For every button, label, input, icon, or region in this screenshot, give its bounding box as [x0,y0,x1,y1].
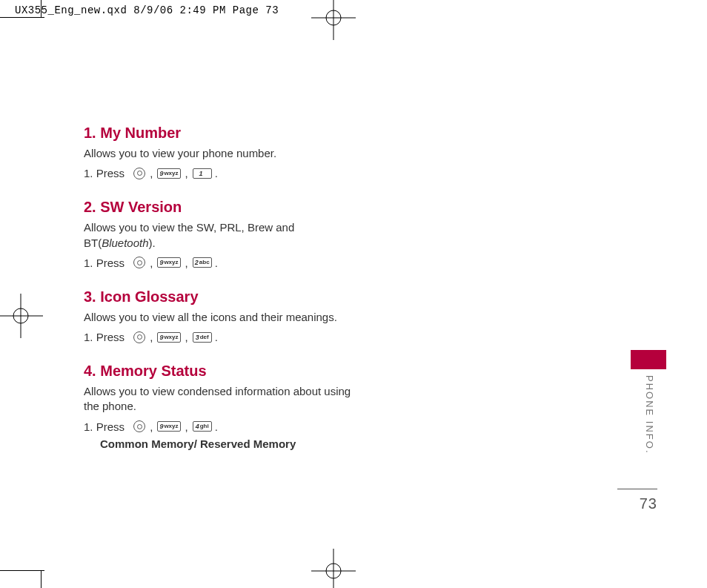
crop-mark [41,0,42,17]
section-heading: 3. Icon Glossary [84,288,402,305]
folio-rule [617,489,657,489]
crop-mark [0,570,44,571]
svg-point-2 [326,10,341,25]
page-number: 73 [640,495,657,512]
step-prefix: 1. Press [84,331,125,343]
section-my-number: 1. My Number Allows you to view your pho… [84,125,402,179]
step-prefix: 1. Press [84,167,125,179]
print-slug: UX355_Eng_new.qxd 8/9/06 2:49 PM Page 73 [15,4,279,16]
ok-key-icon [133,420,145,432]
crop-mark [0,17,44,18]
key-9-icon: 9wxyz [157,257,180,268]
key-1-icon: 1 [193,168,212,179]
press-step: 1. Press , 9wxyz, 3def. [84,331,402,343]
ok-key-icon [133,168,145,179]
registration-mark-icon [0,294,43,338]
registration-mark-icon [311,0,356,40]
section-heading: 2. SW Version [84,199,402,216]
press-step: 1. Press , 9wxyz, 1 . [84,167,402,179]
ok-key-icon [133,331,145,343]
registration-mark-icon [311,549,356,588]
section-sw-version: 2. SW Version Allows you to view the SW,… [84,199,402,269]
svg-point-5 [326,564,341,578]
section-heading: 4. Memory Status [84,363,402,380]
key-4-icon: 4ghi [193,421,212,432]
section-heading: 1. My Number [84,125,402,142]
section-description: Allows you to view your phone number. [84,146,358,161]
section-tab [631,350,666,369]
key-9-icon: 9wxyz [157,332,180,343]
key-9-icon: 9wxyz [157,421,180,432]
step-prefix: 1. Press [84,420,125,433]
key-3-icon: 3def [193,332,212,343]
section-description: Allows you to view all the icons and the… [84,310,358,325]
section-description: Allows you to view the SW, PRL, Brew and… [84,220,358,251]
ok-key-icon [133,257,145,268]
step-prefix: 1. Press [84,257,125,269]
step-subtext: Common Memory/ Reserved Memory [100,437,402,450]
key-9-icon: 9wxyz [157,168,180,179]
press-step: 1. Press , 9wxyz, 4ghi. [84,420,402,433]
body-content: 1. My Number Allows you to view your pho… [84,125,402,469]
press-step: 1. Press , 9wxyz, 2abc. [84,257,402,269]
section-tab-label: PHONE INFO. [644,375,655,455]
crop-mark [41,571,42,588]
key-2-icon: 2abc [193,257,212,268]
section-description: Allows you to view condensed information… [84,384,358,414]
section-memory-status: 4. Memory Status Allows you to view cond… [84,363,402,450]
section-icon-glossary: 3. Icon Glossary Allows you to view all … [84,288,402,343]
svg-point-8 [13,308,28,323]
